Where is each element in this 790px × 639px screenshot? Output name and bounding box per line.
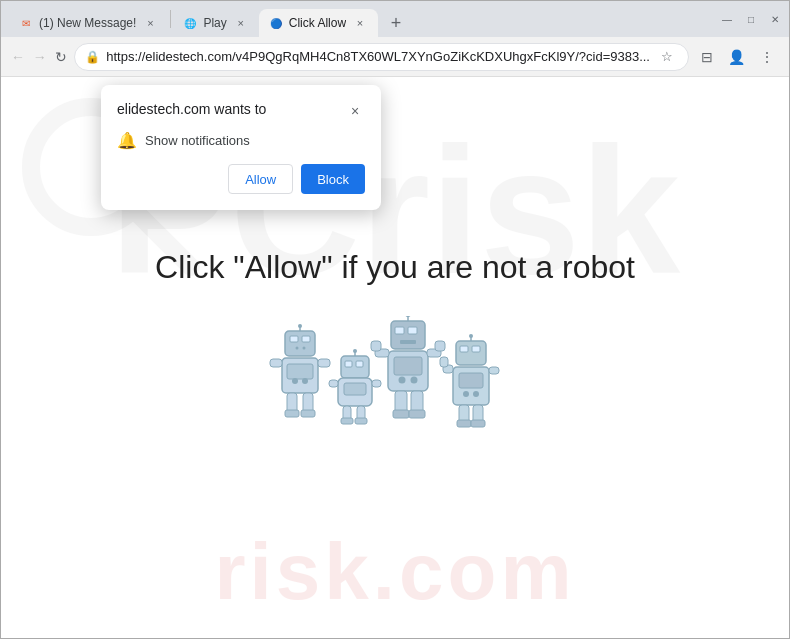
svg-rect-2 (285, 331, 315, 356)
svg-point-40 (399, 377, 406, 384)
forward-button[interactable]: → (31, 43, 49, 71)
popup-header: elidestech.com wants to × (117, 101, 365, 121)
svg-point-11 (292, 378, 298, 384)
bell-icon: 🔔 (117, 131, 137, 150)
svg-rect-25 (344, 383, 366, 395)
svg-rect-50 (456, 341, 486, 365)
svg-rect-32 (391, 321, 425, 349)
svg-point-41 (411, 377, 418, 384)
svg-rect-14 (318, 359, 330, 367)
svg-rect-20 (345, 361, 352, 367)
svg-rect-18 (301, 410, 315, 417)
svg-rect-31 (355, 418, 367, 424)
popup-row: 🔔 Show notifications (117, 131, 365, 150)
svg-point-12 (302, 378, 308, 384)
svg-point-58 (473, 391, 479, 397)
svg-rect-21 (356, 361, 363, 367)
svg-rect-60 (440, 357, 448, 367)
nav-extras: ⊟ 👤 ⋮ (693, 43, 781, 71)
svg-point-6 (303, 347, 306, 350)
minimize-button[interactable]: — (721, 13, 733, 25)
bookmark-button[interactable]: ☆ (656, 46, 678, 68)
nav-bar: ← → ↻ 🔒 https://elidestech.com/v4P9QgRqM… (1, 37, 789, 77)
close-window-button[interactable]: ✕ (769, 13, 781, 25)
svg-rect-10 (287, 364, 313, 379)
tab-1[interactable]: ✉ (1) New Message! × (9, 9, 168, 37)
tab-2[interactable]: 🌐 Play × (173, 9, 258, 37)
allow-button[interactable]: Allow (228, 164, 293, 194)
svg-rect-17 (285, 410, 299, 417)
back-button[interactable]: ← (9, 43, 27, 71)
svg-rect-4 (302, 336, 310, 342)
svg-point-37 (405, 316, 411, 317)
tab-separator-1 (170, 10, 171, 28)
svg-point-54 (469, 334, 473, 338)
popup-description: Show notifications (145, 133, 250, 148)
popup-close-button[interactable]: × (345, 101, 365, 121)
svg-rect-64 (457, 420, 471, 427)
tab-3-title: Click Allow (289, 16, 346, 30)
tab-3-close[interactable]: × (352, 15, 368, 31)
tab-2-favicon: 🌐 (183, 16, 197, 30)
robots-image (255, 306, 535, 466)
address-bar[interactable]: 🔒 https://elidestech.com/v4P9QgRqMH4Cn8T… (74, 43, 689, 71)
svg-rect-43 (371, 341, 381, 351)
svg-rect-13 (270, 359, 282, 367)
tab-3[interactable]: 🔵 Click Allow × (259, 9, 378, 37)
maximize-button[interactable]: □ (745, 13, 757, 25)
window-controls: — □ ✕ (721, 13, 781, 25)
svg-point-57 (463, 391, 469, 397)
robots-svg (265, 316, 525, 456)
svg-rect-34 (408, 327, 417, 334)
url-text: https://elidestech.com/v4P9QgRqMH4Cn8TX6… (106, 49, 650, 64)
tab-2-title: Play (203, 16, 226, 30)
svg-rect-51 (460, 346, 468, 352)
browser-window: ✉ (1) New Message! × 🌐 Play × 🔵 Click Al… (0, 0, 790, 639)
svg-rect-48 (393, 410, 409, 418)
block-button[interactable]: Block (301, 164, 365, 194)
popup-title: elidestech.com wants to (117, 101, 266, 117)
reload-button[interactable]: ↻ (53, 43, 71, 71)
svg-point-5 (296, 347, 299, 350)
notification-popup: elidestech.com wants to × 🔔 Show notific… (101, 85, 381, 210)
svg-point-8 (298, 324, 302, 328)
title-bar: ✉ (1) New Message! × 🌐 Play × 🔵 Click Al… (1, 1, 789, 37)
page-heading: Click "Allow" if you are not a robot (155, 249, 635, 286)
svg-point-23 (353, 349, 357, 353)
split-view-button[interactable]: ⊟ (693, 43, 721, 71)
menu-button[interactable]: ⋮ (753, 43, 781, 71)
svg-rect-30 (341, 418, 353, 424)
svg-rect-49 (409, 410, 425, 418)
content-area: PCrisk risk.com Click "Allow" if you are… (1, 77, 789, 638)
svg-rect-26 (329, 380, 338, 387)
svg-rect-65 (471, 420, 485, 427)
tab-strip: ✉ (1) New Message! × 🌐 Play × 🔵 Click Al… (9, 1, 709, 37)
svg-rect-61 (489, 367, 499, 374)
tab-1-title: (1) New Message! (39, 16, 136, 30)
new-tab-button[interactable]: + (382, 9, 410, 37)
svg-rect-56 (459, 373, 483, 388)
svg-rect-39 (394, 357, 422, 375)
svg-rect-35 (400, 340, 416, 344)
tab-3-favicon: 🔵 (269, 16, 283, 30)
svg-rect-45 (435, 341, 445, 351)
lock-icon: 🔒 (85, 50, 100, 64)
tab-2-close[interactable]: × (233, 15, 249, 31)
tab-1-favicon: ✉ (19, 16, 33, 30)
profile-button[interactable]: 👤 (723, 43, 751, 71)
svg-rect-52 (472, 346, 480, 352)
svg-rect-33 (395, 327, 404, 334)
svg-rect-3 (290, 336, 298, 342)
tab-1-close[interactable]: × (142, 15, 158, 31)
svg-rect-27 (372, 380, 381, 387)
address-actions: ☆ (656, 46, 678, 68)
popup-buttons: Allow Block (117, 164, 365, 194)
